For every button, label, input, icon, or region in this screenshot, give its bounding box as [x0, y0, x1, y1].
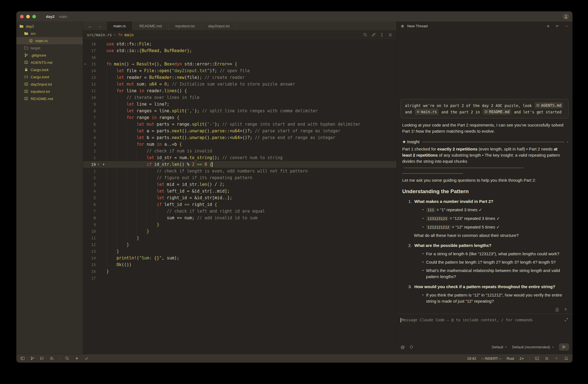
notifications-bell-icon[interactable] [564, 356, 569, 361]
file-tree-item-Cargo.toml[interactable]: TCargo.toml [16, 73, 83, 81]
file-tree-item-inputtest.txt[interactable]: inputtest.txt [16, 88, 83, 95]
code-line[interactable]: 16} [83, 268, 396, 275]
code-line[interactable]: 4 let left_id = &id_str[..mid]; [83, 188, 396, 195]
code-line[interactable]: 2 // figure out if its repeating pattern [83, 174, 396, 181]
code-editor[interactable]: 18use std::fs::File;17use std::io::{BufR… [83, 39, 396, 354]
code-line[interactable]: 8 let ranges = line.split(','); // split… [83, 108, 396, 114]
file-tree-item-main.rs[interactable]: Rmain.rs [16, 37, 83, 44]
file-tree-item-day2[interactable]: day2 [16, 23, 83, 30]
code-line[interactable]: 15 Ok(()) [83, 261, 396, 268]
message-input[interactable]: Message Claude Code — @ to include conte… [397, 314, 572, 343]
send-button[interactable] [559, 343, 569, 351]
editor-settings-icon[interactable] [388, 33, 392, 37]
burn-mode-icon[interactable] [409, 345, 414, 349]
run-icon[interactable]: ▷ [85, 61, 87, 67]
thread-history-icon[interactable] [555, 24, 560, 28]
code-line[interactable]: 16 [83, 54, 396, 61]
git-branch-label[interactable]: main [59, 14, 67, 19]
code-line[interactable]: 5 let right_id = &id_str[mid..]; [83, 195, 396, 201]
code-line[interactable]: 7 for range in ranges { [83, 114, 396, 121]
code-line[interactable]: 11 for line in reader.lines() { [83, 88, 396, 94]
collab-panel-icon[interactable] [50, 356, 54, 361]
ai-sparkle-icon[interactable] [554, 356, 559, 361]
outline-panel-icon[interactable] [40, 356, 44, 361]
code-line[interactable]: 12 let mut sum: u64 = 0; // Initialize s… [83, 81, 396, 88]
file-tree-item-AGENTS.md[interactable]: AGENTS.md [16, 59, 83, 66]
markdown-file-icon[interactable]: MD [555, 307, 559, 312]
close-window-button[interactable] [20, 15, 24, 18]
diagnostics-check-icon[interactable] [84, 356, 89, 361]
breadcrumb-symbol-keyword[interactable]: fn [118, 33, 123, 37]
at-mention-icon[interactable]: @ [401, 345, 405, 349]
code-line[interactable]: 9 } [83, 221, 396, 228]
code-line[interactable]: 12 } [83, 241, 396, 248]
zoom-window-button[interactable] [32, 15, 36, 18]
minimize-window-button[interactable] [26, 15, 30, 18]
model-selector[interactable]: Default (recommended) [512, 345, 555, 349]
file-chip-README.md[interactable]: README.md [483, 109, 511, 115]
project-panel-toggle-icon[interactable] [20, 356, 25, 361]
tab-day2input.txt[interactable]: day2input.txt [202, 21, 237, 30]
file-chip-main.rs[interactable]: Rmain.rs [415, 109, 439, 115]
line-number: 17 [83, 275, 96, 281]
forward-arrow-icon[interactable]: → [97, 24, 101, 28]
terminal-panel-icon[interactable] [535, 356, 539, 361]
code-line[interactable]: 19∨ if id_str.len() % 2 == 0 { [83, 161, 396, 168]
fold-chevron-icon[interactable]: ∨ [96, 161, 101, 168]
search-icon[interactable] [363, 33, 367, 37]
avatar[interactable] [563, 13, 569, 20]
profile-selector[interactable]: Default [492, 345, 508, 349]
code-line[interactable]: 4 let b = parts.next().unwrap().parse::<… [83, 134, 396, 141]
file-tree-item-README.md[interactable]: README.md [16, 95, 83, 102]
scroll-up-icon[interactable] [563, 307, 568, 312]
code-line[interactable]: 1 let id_str = num.to_string(); // conve… [83, 154, 396, 161]
search-icon[interactable] [65, 356, 69, 361]
ibeam-icon[interactable] [380, 33, 384, 37]
edit-prediction-icon[interactable]: z» [519, 356, 524, 361]
expand-input-icon[interactable] [564, 317, 569, 322]
tab-inputtest.txt[interactable]: inputtest.txt [169, 21, 202, 30]
code-line[interactable]: 8 sum += num; // add invalid id to sum [83, 215, 396, 221]
back-arrow-icon[interactable]: ← [88, 24, 92, 28]
code-action-zap-icon[interactable] [102, 163, 105, 166]
code-line[interactable]: 13 let reader = BufReader::new(file); //… [83, 74, 396, 81]
code-line[interactable]: 14 let file = File::open("day2input.txt"… [83, 67, 396, 74]
file-tree-item-target[interactable]: target [16, 44, 83, 52]
breadcrumb-path[interactable]: src/main.rs [87, 33, 112, 37]
code-line[interactable]: 18use std::fs::File; [83, 41, 396, 47]
code-line[interactable]: 2 // check if num is invalid [83, 148, 396, 154]
code-line[interactable]: 1 // check if length is even, odd number… [83, 168, 396, 174]
debug-icon[interactable] [545, 356, 549, 361]
file-tree-item-.gitignore[interactable]: .gitignore [16, 52, 83, 59]
new-thread-icon[interactable] [546, 24, 550, 28]
code-line[interactable]: 7 // check if left and right id are equa… [83, 208, 396, 215]
code-line[interactable]: 10 } [83, 228, 396, 235]
file-tree-item-src[interactable]: src [16, 30, 83, 37]
code-line[interactable]: 17 [83, 275, 396, 281]
tab-main.rs[interactable]: main.rs [107, 21, 133, 30]
file-tree-item-Cargo.lock[interactable]: Cargo.lock [16, 66, 83, 73]
git-branch-icon[interactable] [30, 356, 35, 361]
code-line[interactable]: 14 println!("Sum: {}", sum); [83, 255, 396, 261]
code-line[interactable]: 9 let line = line?; [83, 101, 396, 108]
code-line[interactable]: 11 } [83, 235, 396, 241]
inline-assist-icon[interactable] [371, 33, 376, 37]
cursor-position[interactable]: 19:42 [467, 356, 476, 361]
code-line[interactable]: 5 let a = parts.next().unwrap().parse::<… [83, 128, 396, 134]
tab-README.md[interactable]: README.md [133, 21, 169, 30]
language-selector[interactable]: Rust [507, 356, 514, 361]
thread-scroll-area[interactable]: alright we're on to part 2 of the day 2 … [397, 31, 572, 306]
code-line[interactable]: 3 for num in a..=b { [83, 141, 396, 148]
code-line[interactable]: 6 let mut parts = range.split('-'); // s… [83, 121, 396, 128]
code-line[interactable]: 13 } [83, 248, 396, 255]
code-line[interactable]: 17use std::io::{BufRead, BufReader}; [83, 47, 396, 54]
code-line[interactable]: 6 if left_id == right_id { [83, 201, 396, 208]
file-chip-AGENTS.md[interactable]: AGENTS.md [535, 102, 563, 108]
code-line[interactable]: ▷15fn main() → Result<(), Box<dyn std::e… [83, 61, 396, 67]
file-tree-item-day2input.txt[interactable]: day2input.txt [16, 81, 83, 88]
quick-actions-icon[interactable] [75, 356, 79, 361]
more-options-icon[interactable] [564, 24, 569, 28]
breadcrumb-symbol-name[interactable]: main [125, 33, 134, 37]
code-line[interactable]: 3 let mid = id_str.len() / 2; [83, 181, 396, 188]
code-line[interactable]: 10 // iterate over lines in file [83, 94, 396, 101]
